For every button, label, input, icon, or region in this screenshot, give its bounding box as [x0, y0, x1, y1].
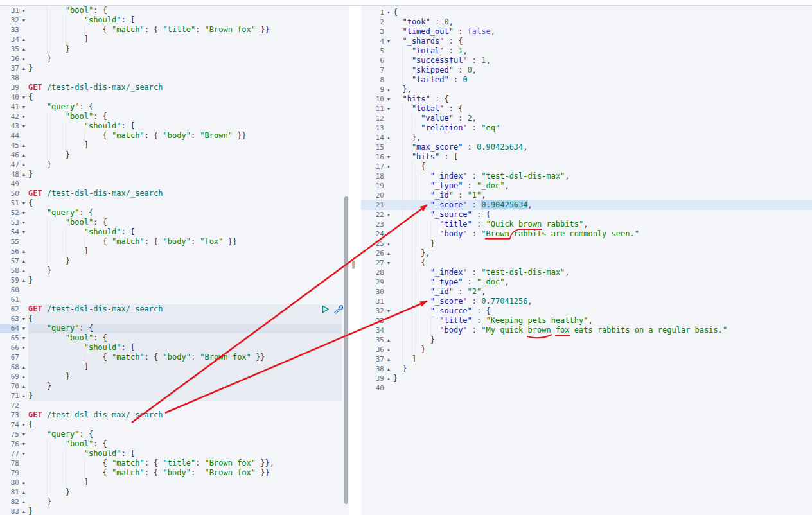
fold-toggle-icon[interactable]: ▴ — [19, 391, 28, 401]
fold-toggle-icon[interactable]: ▴ — [19, 362, 28, 372]
fold-toggle-icon[interactable]: ▴ — [384, 364, 393, 374]
code-line[interactable]: 75▾"query": { — [0, 430, 342, 439]
code-line[interactable]: 57▴} — [0, 256, 342, 266]
code-line[interactable]: 36▴} — [361, 345, 812, 354]
code-line[interactable]: 56▴] — [0, 247, 342, 256]
code-line[interactable]: 35▴} — [0, 44, 342, 54]
fold-toggle-icon[interactable]: ▾ — [19, 430, 28, 439]
code-line[interactable]: 21"_score" : 0.90425634, — [361, 200, 812, 210]
fold-toggle-icon[interactable]: ▴ — [384, 249, 393, 258]
request-editor[interactable]: 31▾"bool": {32▾"should": [33{ "match": {… — [0, 6, 342, 515]
fold-toggle-icon[interactable]: ▾ — [384, 152, 393, 162]
fold-toggle-icon[interactable]: ▾ — [19, 439, 28, 449]
code-line[interactable]: 2"took" : 0, — [361, 17, 812, 27]
fold-toggle-icon[interactable]: ▴ — [19, 507, 28, 515]
code-line[interactable]: 61 — [0, 295, 342, 304]
fold-toggle-icon[interactable]: ▴ — [19, 497, 28, 507]
code-line[interactable]: 67{ "match": { "body": "Brown fox" }} — [0, 353, 342, 362]
code-line[interactable]: 37▴} — [0, 64, 342, 73]
fold-toggle-icon[interactable]: ▾ — [384, 37, 393, 46]
code-line[interactable]: 64▾"query": { — [0, 324, 342, 333]
fold-toggle-icon[interactable]: ▴ — [19, 256, 28, 266]
code-line[interactable]: 13"relation" : "eq" — [361, 123, 812, 133]
code-line[interactable]: 66▾"should": [ — [0, 343, 342, 353]
code-line[interactable]: 14▴}, — [361, 133, 812, 143]
fold-toggle-icon[interactable]: ▴ — [19, 141, 28, 150]
code-line[interactable]: 25▴} — [361, 239, 812, 249]
code-line[interactable]: 47▴} — [0, 160, 342, 170]
fold-toggle-icon[interactable]: ▾ — [384, 162, 393, 171]
code-line[interactable]: 7"skipped" : 0, — [361, 65, 812, 75]
code-line[interactable]: 49 — [0, 179, 342, 189]
fold-toggle-icon[interactable]: ▴ — [19, 381, 28, 391]
fold-toggle-icon[interactable]: ▾ — [19, 449, 28, 458]
code-line[interactable]: 33{ "match": { "title": "Brown fox" }} — [0, 25, 342, 35]
fold-toggle-icon[interactable]: ▴ — [384, 345, 393, 354]
fold-toggle-icon[interactable]: ▴ — [384, 239, 393, 249]
code-line[interactable]: 38▴} — [361, 364, 812, 374]
fold-toggle-icon[interactable]: ▾ — [384, 306, 393, 316]
code-line[interactable]: 8"failed" : 0 — [361, 75, 812, 85]
code-line[interactable]: 37▴] — [361, 354, 812, 364]
code-line[interactable]: 71▴} — [0, 391, 342, 401]
code-line[interactable]: 31▾"bool": { — [0, 6, 342, 15]
code-line[interactable]: 50GET /test-dsl-dis-max/_search — [0, 189, 342, 198]
code-line[interactable]: 10▾"hits" : { — [361, 94, 812, 104]
fold-toggle-icon[interactable]: ▴ — [384, 354, 393, 364]
code-line[interactable]: 65▾"bool": { — [0, 333, 342, 343]
fold-toggle-icon[interactable]: ▴ — [19, 44, 28, 54]
fold-toggle-icon[interactable]: ▴ — [384, 374, 393, 383]
fold-toggle-icon[interactable]: ▴ — [19, 35, 28, 44]
fold-toggle-icon[interactable]: ▴ — [19, 275, 28, 285]
code-line[interactable]: 52▾"query": { — [0, 208, 342, 218]
code-line[interactable]: 51▾{ — [0, 198, 342, 208]
code-line[interactable]: 34"body" : "My quick brown fox eats rabb… — [361, 326, 812, 335]
code-line[interactable]: 29"_type" : "_doc", — [361, 277, 812, 287]
fold-toggle-icon[interactable]: ▾ — [19, 102, 28, 112]
response-viewer[interactable]: 1▾{2"took" : 0,3"timed_out" : false,4▾"_… — [361, 8, 812, 393]
fold-toggle-icon[interactable]: ▴ — [19, 170, 28, 179]
code-line[interactable]: 27▾{ — [361, 258, 812, 268]
fold-toggle-icon[interactable]: ▾ — [384, 94, 393, 104]
code-line[interactable]: 22▾"_source" : { — [361, 210, 812, 220]
code-line[interactable]: 60 — [0, 285, 342, 295]
send-request-button[interactable] — [321, 304, 330, 314]
code-line[interactable]: 6"successful" : 1, — [361, 56, 812, 65]
code-line[interactable]: 40▾{ — [0, 92, 342, 102]
code-line[interactable]: 39GET /test-dsl-dis-max/_search — [0, 83, 342, 92]
code-line[interactable]: 44{ "match": { "body": "Brown" }} — [0, 131, 342, 141]
code-line[interactable]: 23"title" : "Quick brown rabbits", — [361, 220, 812, 229]
fold-toggle-icon[interactable]: ▴ — [19, 247, 28, 256]
code-line[interactable]: 4▾"_shards" : { — [361, 37, 812, 46]
fold-toggle-icon[interactable]: ▴ — [19, 150, 28, 160]
fold-toggle-icon[interactable]: ▾ — [19, 198, 28, 208]
fold-toggle-icon[interactable]: ▾ — [19, 314, 28, 324]
fold-toggle-icon[interactable]: ▾ — [384, 258, 393, 268]
code-line[interactable]: 72 — [0, 401, 342, 410]
code-line[interactable]: 11▾"total" : { — [361, 104, 812, 114]
request-settings-button[interactable] — [333, 304, 343, 314]
code-line[interactable]: 82▴} — [0, 497, 342, 507]
fold-toggle-icon[interactable]: ▾ — [19, 324, 28, 333]
code-line[interactable]: 58▴} — [0, 266, 342, 275]
code-line[interactable]: 16▾"hits" : [ — [361, 152, 812, 162]
code-line[interactable]: 3"timed_out" : false, — [361, 27, 812, 37]
fold-toggle-icon[interactable]: ▴ — [19, 160, 28, 170]
code-line[interactable]: 17▾{ — [361, 162, 812, 171]
code-line[interactable]: 31"_score" : 0.77041256, — [361, 297, 812, 306]
code-line[interactable]: 62GET /test-dsl-dis-max/_search — [0, 304, 342, 314]
code-line[interactable]: 32▾"should": [ — [0, 15, 342, 25]
code-line[interactable]: 1▾{ — [361, 8, 812, 17]
code-line[interactable]: 54▾"should": [ — [0, 227, 342, 237]
code-line[interactable]: 26▴}, — [361, 249, 812, 258]
code-line[interactable]: 20"_id" : "1", — [361, 191, 812, 200]
fold-toggle-icon[interactable]: ▾ — [19, 218, 28, 227]
code-line[interactable]: 76▾"bool": { — [0, 439, 342, 449]
code-line[interactable]: 41▾"query": { — [0, 102, 342, 112]
code-line[interactable]: 73GET /test-dsl-dis-max/_search — [0, 410, 342, 420]
code-line[interactable]: 55{ "match": { "body": "fox" }} — [0, 237, 342, 247]
code-line[interactable]: 68▴] — [0, 362, 342, 372]
code-line[interactable]: 48▴} — [0, 170, 342, 179]
fold-toggle-icon[interactable]: ▴ — [384, 133, 393, 143]
code-line[interactable]: 79{ "match": { "body": "Brown fox" }} — [0, 468, 342, 478]
